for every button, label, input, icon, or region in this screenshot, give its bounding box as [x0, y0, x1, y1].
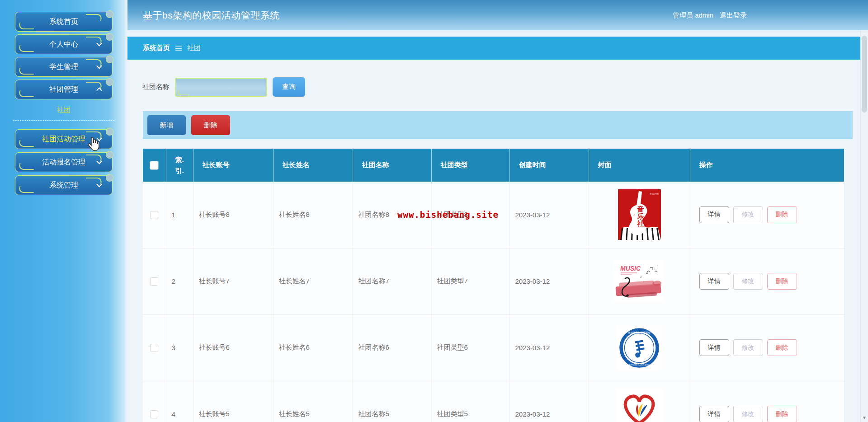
- remove-button[interactable]: 删除: [767, 206, 797, 223]
- add-button[interactable]: 新增: [147, 115, 186, 135]
- breadcrumb-home[interactable]: 系统首页: [143, 44, 170, 52]
- cell-club: 社团名称7: [353, 248, 431, 314]
- column-header-actions: 操作: [690, 149, 844, 182]
- button-knob-decoration: [106, 174, 113, 182]
- sidebar-item-label: 学生管理: [49, 62, 78, 72]
- chevron-down-icon: [96, 41, 102, 47]
- button-knob-decoration: [106, 10, 113, 18]
- sidebar-item-student-management[interactable]: 学生管理: [15, 57, 113, 77]
- svg-text:♪: ♪: [640, 275, 642, 278]
- club-name-search-input[interactable]: [175, 78, 267, 97]
- sidebar-submenu-club[interactable]: 社团: [0, 106, 127, 114]
- chevron-up-icon: [96, 87, 102, 93]
- sidebar-item-personal-center[interactable]: 个人中心: [15, 34, 113, 54]
- cell-name: 社长姓名6: [273, 314, 353, 381]
- button-knob-decoration: [106, 33, 113, 41]
- search-section: 社团名称 查询: [127, 60, 860, 97]
- query-button[interactable]: 查询: [273, 77, 305, 97]
- button-knob-decoration: [106, 78, 113, 86]
- breadcrumb-separator-icon: [175, 46, 182, 51]
- scrollbar-down-arrow-icon[interactable]: ▼: [862, 415, 867, 420]
- select-all-checkbox[interactable]: [150, 161, 158, 169]
- cell-index: 2: [166, 248, 193, 314]
- remove-button[interactable]: 删除: [767, 339, 797, 356]
- cell-account: 社长账号5: [193, 381, 273, 422]
- row-checkbox[interactable]: [150, 277, 158, 286]
- cover-image-music-watercolor-splash: MUSIC: [589, 260, 690, 303]
- edit-button[interactable]: 修改: [733, 273, 763, 290]
- header-divider-strip: [127, 30, 860, 37]
- detail-button[interactable]: 详情: [699, 206, 729, 223]
- svg-text:♪: ♪: [633, 213, 635, 216]
- cell-type: 社团类型6: [431, 314, 509, 381]
- delete-button[interactable]: 删除: [191, 115, 230, 135]
- sidebar-item-label: 社团活动管理: [42, 135, 85, 144]
- sidebar-item-activity-signup-management[interactable]: 活动报名管理: [15, 152, 113, 172]
- svg-text:社: 社: [637, 220, 644, 227]
- table-row: 3 社长账号6 社长姓名6 社团名称6 社团类型6 2023-03-12 洛阳市…: [143, 314, 844, 381]
- sidebar-divider: [13, 120, 114, 121]
- cell-name: 社长姓名8: [273, 182, 353, 248]
- row-checkbox[interactable]: [150, 211, 158, 219]
- cell-created: 2023-03-12: [509, 314, 589, 381]
- cell-index: 3: [166, 314, 193, 381]
- clubs-table: 索. 引. 社长账号 社长姓名 社团名称 社团类型 创建时间 封面 操作 1: [143, 149, 844, 422]
- breadcrumb-current: 社团: [187, 44, 201, 52]
- cell-name: 社长姓名7: [273, 248, 353, 314]
- cell-account: 社长账号7: [193, 248, 273, 314]
- user-role-and-name: 管理员 admin: [673, 11, 713, 19]
- edit-button[interactable]: 修改: [733, 339, 763, 356]
- sidebar-item-system-management[interactable]: 系统管理: [15, 175, 113, 195]
- breadcrumb: 系统首页 社团: [127, 37, 860, 60]
- edit-button[interactable]: 修改: [733, 406, 763, 422]
- app-title: 基于bs架构的校园活动管理系统: [143, 9, 280, 22]
- sidebar-item-club-management[interactable]: 社团管理: [15, 80, 113, 99]
- cell-club: 社团名称5: [353, 381, 431, 422]
- cell-index: 1: [166, 182, 193, 248]
- edit-button[interactable]: 修改: [733, 206, 763, 223]
- svg-text:♫: ♫: [644, 204, 646, 207]
- button-knob-decoration: [106, 151, 113, 159]
- cell-created: 2023-03-12: [509, 182, 589, 248]
- sidebar-item-home[interactable]: 系统首页: [15, 12, 113, 32]
- cell-account: 社长账号6: [193, 314, 273, 381]
- cell-club: 社团名称6: [353, 314, 431, 381]
- column-header-index: 索. 引.: [175, 155, 190, 176]
- column-header-cover: 封面: [589, 149, 690, 182]
- sidebar-item-label: 系统管理: [49, 181, 78, 190]
- sidebar-item-club-activity-management[interactable]: 社团活动管理: [15, 129, 113, 149]
- svg-text:音: 音: [637, 205, 644, 213]
- cell-account: 社长账号8: [193, 182, 273, 248]
- chevron-down-icon: [96, 182, 102, 188]
- search-field-label: 社团名称: [142, 83, 170, 91]
- remove-button[interactable]: 删除: [767, 273, 797, 290]
- user-role: 管理员: [673, 11, 693, 19]
- column-header-club: 社团名称: [353, 149, 431, 182]
- svg-text:♫: ♫: [656, 264, 658, 267]
- chevron-down-icon: [96, 136, 102, 141]
- logout-link[interactable]: 退出登录: [720, 11, 747, 19]
- svg-text:新: 新: [646, 225, 650, 229]
- row-actions: 详情 修改 删除: [696, 339, 844, 356]
- table-row: 4 社长账号5 社长姓名5 社团名称5 社团类型5 2023-03-12: [143, 381, 844, 422]
- scrollbar-thumb[interactable]: [862, 36, 867, 113]
- cell-index: 4: [166, 381, 193, 422]
- table-header-row: 索. 引. 社长账号 社长姓名 社团名称 社团类型 创建时间 封面 操作: [143, 149, 844, 182]
- row-checkbox[interactable]: [150, 344, 158, 352]
- toolbar-panel: 新增 删除: [143, 111, 853, 139]
- cell-type: 社团类型5: [431, 381, 509, 422]
- page: 系统首页 个人中心 学生管理 社团管理 社团 社团活动管理 活动报名管理: [0, 0, 868, 422]
- user-info: 管理员 admin 退出登录: [673, 11, 747, 19]
- detail-button[interactable]: 详情: [699, 273, 729, 290]
- watermark-text: www.bishebang.site: [397, 210, 499, 220]
- row-checkbox[interactable]: [150, 410, 158, 418]
- column-header-created: 创建时间: [509, 149, 589, 182]
- chevron-down-icon: [96, 63, 102, 69]
- detail-button[interactable]: 详情: [699, 339, 729, 356]
- remove-button[interactable]: 删除: [767, 406, 797, 422]
- content-area: 社团名称 查询 新增 删除: [127, 60, 860, 422]
- vertical-scrollbar[interactable]: ▼: [860, 30, 868, 422]
- row-actions: 详情 修改 删除: [696, 206, 844, 223]
- cell-type: 社团类型7: [431, 248, 509, 314]
- detail-button[interactable]: 详情: [699, 406, 729, 422]
